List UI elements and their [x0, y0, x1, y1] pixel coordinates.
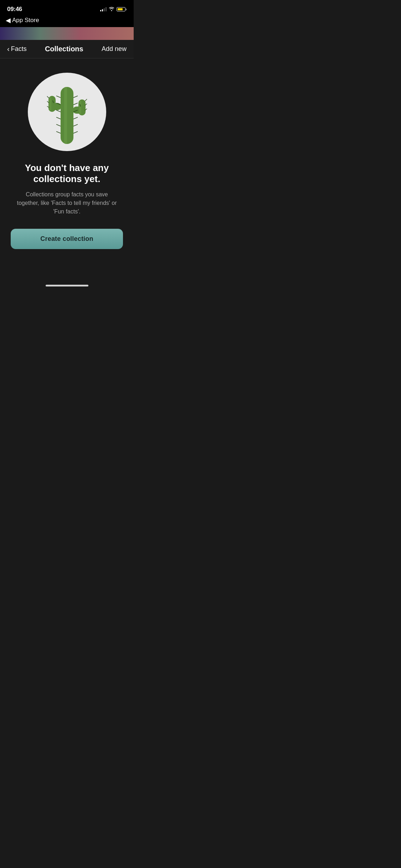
page-title: Collections: [45, 45, 83, 53]
status-bar: 09:46: [0, 0, 134, 16]
svg-line-15: [73, 117, 78, 119]
app-store-bar: ◀ App Store: [0, 16, 134, 27]
app-store-label: App Store: [12, 17, 39, 24]
svg-line-14: [56, 117, 61, 119]
svg-line-19: [73, 131, 78, 133]
svg-line-12: [56, 110, 61, 112]
cactus-illustration: [38, 76, 96, 148]
back-arrow-icon: ‹: [7, 45, 10, 53]
svg-line-9: [73, 96, 78, 98]
svg-line-16: [56, 124, 61, 126]
create-collection-button[interactable]: Create collection: [11, 229, 123, 249]
signal-icon: [100, 7, 107, 11]
svg-line-8: [56, 96, 61, 98]
svg-line-24: [85, 99, 87, 101]
status-time: 09:46: [7, 6, 22, 13]
svg-rect-7: [79, 100, 81, 114]
svg-rect-6: [49, 97, 51, 110]
svg-line-20: [47, 96, 49, 98]
svg-line-18: [56, 131, 61, 133]
battery-icon: [117, 7, 127, 11]
home-indicator: [46, 285, 88, 286]
wifi-icon: [109, 7, 114, 12]
empty-state-title: You don't have any collections yet.: [11, 162, 123, 185]
app-store-back-icon: ◀: [6, 16, 11, 24]
back-label: Facts: [11, 45, 27, 53]
back-button[interactable]: ‹ Facts: [7, 45, 27, 53]
main-content: You don't have any collections yet. Coll…: [0, 58, 134, 260]
svg-line-11: [73, 103, 78, 105]
svg-line-17: [73, 124, 78, 126]
svg-rect-5: [64, 87, 67, 144]
cactus-image: [28, 73, 106, 151]
add-new-button[interactable]: Add new: [102, 45, 127, 53]
preview-strip: [0, 27, 134, 40]
empty-state-description: Collections group facts you save togethe…: [11, 190, 123, 216]
status-icons: [100, 7, 127, 12]
nav-bar: ‹ Facts Collections Add new: [0, 40, 134, 58]
